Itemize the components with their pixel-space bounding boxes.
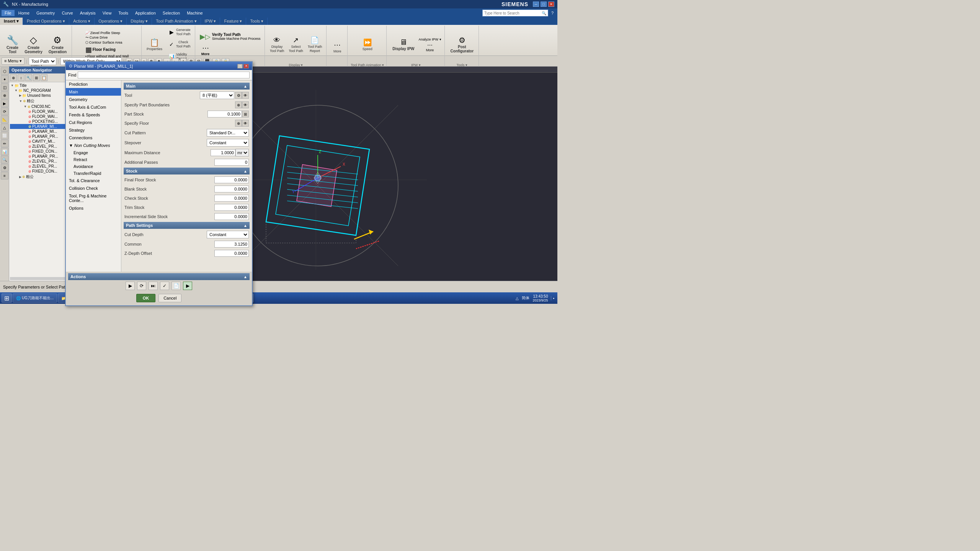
nav-item-nc-program[interactable]: ▼ 📁 NC_PROGRAM: [10, 88, 73, 93]
tool-select[interactable]: 8 (平租): [200, 91, 234, 99]
dlg-nav-retract[interactable]: Retract: [66, 156, 121, 163]
check-toolpath-btn[interactable]: ✓ CheckTool Path: [165, 39, 193, 50]
menu-curve[interactable]: Curve: [59, 10, 76, 16]
action-btn-generate[interactable]: ▶: [183, 282, 192, 290]
ribbon-tab-feature[interactable]: Feature ▾: [220, 18, 246, 25]
final-floor-stock-input[interactable]: [214, 176, 249, 183]
nav-item-title[interactable]: ▼ 📁 Title: [10, 83, 73, 88]
path-settings-toggle[interactable]: ▲: [243, 223, 247, 228]
dlg-nav-transfer[interactable]: Transfer/Rapid: [66, 170, 121, 177]
close-btn[interactable]: ✕: [548, 2, 554, 7]
ribbon-tab-insert[interactable]: Insert ▾: [0, 18, 23, 25]
menu-file[interactable]: File: [2, 10, 15, 16]
sidebar-icon-7[interactable]: 📐: [1, 116, 8, 123]
dialog-help-btn[interactable]: ?: [237, 64, 243, 68]
tool-icon-btn1[interactable]: ⚙: [235, 92, 242, 99]
nav-item-jingong[interactable]: ▼ ⊕ 精公: [10, 98, 73, 104]
dlg-nav-feeds-speeds[interactable]: Feeds & Speeds: [66, 111, 121, 119]
stepover-select[interactable]: Constant Variable: [207, 139, 249, 147]
menu-view[interactable]: View: [100, 10, 115, 16]
action-btn-1[interactable]: ▶: [126, 282, 135, 290]
dlg-nav-prediction[interactable]: Prediction: [66, 80, 121, 88]
help-btn[interactable]: ?: [549, 11, 556, 15]
sidebar-icon-1[interactable]: ⬡: [1, 67, 8, 75]
nav-item-planar-pr1[interactable]: ⊘ PLANAR_PR...: [10, 134, 73, 139]
properties-btn[interactable]: 📋 Properties: [145, 37, 164, 52]
ribbon-tab-display[interactable]: Display ▾: [127, 18, 152, 25]
simulate-machine-btn[interactable]: Simulate Machine: [212, 37, 240, 41]
check-stock-input[interactable]: [214, 195, 249, 202]
specify-part-icon1[interactable]: ⊕: [235, 101, 242, 108]
dlg-nav-tool-prg[interactable]: Tool, Prg & Machine Conte...: [66, 192, 121, 204]
display-ipw-btn[interactable]: 🖥 Display IPW: [390, 36, 417, 53]
toolpath-report-btn[interactable]: 📄 Tool PathReport: [306, 34, 324, 54]
nav-item-pocketing[interactable]: ⊘ POCKETING...: [10, 119, 73, 124]
more-display-btn[interactable]: ⋯ More: [330, 39, 345, 55]
sidebar-icon-4[interactable]: ⊕: [1, 91, 8, 99]
ribbon-tab-actions[interactable]: Actions ▾: [69, 18, 95, 25]
tool-icon-btn2[interactable]: 👁: [242, 92, 249, 99]
nav-item-unused[interactable]: ▶ 📁 Unused Items: [10, 93, 73, 98]
select-toolpath-btn[interactable]: ↗ SelectTool Path: [287, 34, 305, 54]
create-tool-btn[interactable]: 🔧 CreateTool: [4, 33, 21, 56]
analyze-ipw-btn[interactable]: Analyze IPW ▾: [418, 37, 442, 42]
start-button[interactable]: ⊞: [2, 293, 12, 303]
specify-floor-icon2[interactable]: 👁: [242, 120, 249, 127]
dlg-nav-options[interactable]: Options: [66, 204, 121, 212]
ribbon-tab-predict[interactable]: Predict Operations ▾: [23, 18, 69, 25]
nav-item-floor-wa1[interactable]: ⊘ FLOOR_WAI...: [10, 109, 73, 114]
dlg-nav-main[interactable]: Main: [66, 88, 121, 96]
stock-section-toggle[interactable]: ▲: [243, 169, 247, 173]
action-btn-5[interactable]: 📄: [172, 282, 181, 290]
minimize-btn[interactable]: ─: [533, 2, 539, 7]
menu-home[interactable]: Home: [15, 10, 33, 16]
z-depth-offset-input[interactable]: [214, 250, 249, 257]
more-ops-btn[interactable]: ⋯ More: [200, 43, 211, 57]
nav-item-fixed-co1[interactable]: ⊘ FIXED_CON...: [10, 149, 73, 154]
post-config-btn[interactable]: ⚙ PostConfigurator: [448, 34, 477, 55]
show-desktop-btn[interactable]: ▪: [551, 296, 554, 300]
menu-selection[interactable]: Selection: [160, 10, 183, 16]
floor-facing-btn[interactable]: ▦ Floor Facing: [85, 46, 116, 54]
post-process-btn[interactable]: Post Process: [240, 37, 260, 41]
action-btn-3[interactable]: ⏭: [149, 282, 158, 290]
dlg-nav-cut-regions[interactable]: Cut Regions: [66, 119, 121, 126]
taskbar-item-ug[interactable]: 🌐 UG刀路能不能出...: [13, 293, 57, 303]
nav-tool-1[interactable]: ⊕: [10, 74, 17, 81]
notification-icon[interactable]: △: [516, 296, 519, 300]
actions-toggle[interactable]: ▲: [243, 275, 247, 279]
sidebar-icon-6[interactable]: ⟳: [1, 108, 8, 115]
dlg-nav-avoidance[interactable]: Avoidance: [66, 163, 121, 170]
nav-item-zlevel-pr3[interactable]: ⊘ ZLEVEL_PR...: [10, 164, 73, 169]
max-distance-input[interactable]: [211, 149, 235, 156]
nav-tool-4[interactable]: ⊞: [33, 74, 40, 81]
part-stock-icon[interactable]: ⊞: [242, 111, 249, 117]
sidebar-icon-9[interactable]: ⬜: [1, 132, 8, 139]
nav-item-planar-pr2[interactable]: ⊘ PLANAR_PR...: [10, 154, 73, 159]
contour-surface-btn[interactable]: ⬡ Contour Surface Area: [85, 41, 122, 44]
nav-item-planar-mi2[interactable]: ⊘ PLANAR_MI...: [10, 129, 73, 134]
nav-item-cavity-mi[interactable]: ⊘ CAVITY_MI...: [10, 139, 73, 144]
common-input[interactable]: [214, 241, 249, 248]
tool-path-select[interactable]: Tool Path: [29, 57, 56, 65]
generate-toolpath-btn[interactable]: ▶ GenerateTool Path: [165, 26, 193, 38]
nav-item-planar-mi1[interactable]: ⊘ PLANAR_MI...: [10, 124, 73, 129]
nav-tool-3[interactable]: 🔧: [25, 74, 32, 81]
dlg-nav-tol-clearance[interactable]: Tol. & Clearance: [66, 177, 121, 184]
menu-btn[interactable]: ≡ Menu ▾: [2, 57, 24, 65]
maximize-btn[interactable]: □: [541, 2, 547, 7]
incremental-side-stock-input[interactable]: [214, 213, 249, 220]
dlg-nav-engage[interactable]: Engage: [66, 149, 121, 156]
max-distance-unit[interactable]: mm in: [235, 149, 249, 156]
main-section-toggle[interactable]: ▲: [243, 84, 247, 88]
additional-passes-input[interactable]: [214, 159, 249, 166]
action-btn-2[interactable]: ⟳: [137, 282, 146, 290]
cancel-button[interactable]: Cancel: [158, 294, 181, 302]
specify-floor-icon1[interactable]: ⊕: [235, 120, 242, 127]
specify-part-icon2[interactable]: 👁: [242, 101, 249, 108]
cut-pattern-select[interactable]: Standard Dr... Zig Zig-Zag: [207, 129, 249, 137]
dlg-nav-connections[interactable]: Connections: [66, 134, 121, 142]
nav-item-cnc00[interactable]: ▼ ⊕ CNC00.NC: [10, 104, 73, 109]
sidebar-icon-2[interactable]: ✦: [1, 75, 8, 83]
nav-item-zlevel-pr1[interactable]: ⊘ ZLEVEL_PR...: [10, 144, 73, 149]
